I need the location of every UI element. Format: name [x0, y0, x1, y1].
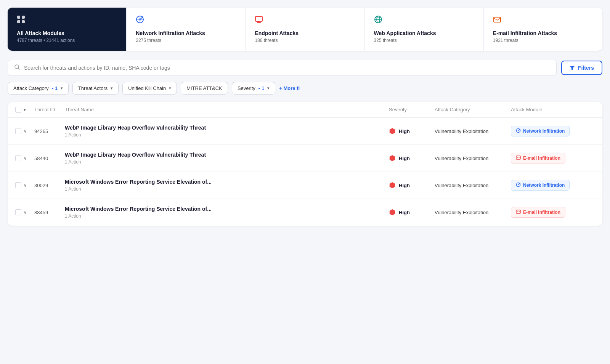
module-card-webapp[interactable]: Web Application Attacks 325 threats — [365, 8, 484, 51]
threat-table: ▾ Threat ID Threat Name Severity Attack … — [8, 102, 602, 226]
filter-unified-kill-chain[interactable]: Unified Kill Chain ▾ — [122, 82, 177, 95]
row-checkbox-2[interactable] — [15, 182, 21, 188]
row-expand-icon-3[interactable]: ∨ — [24, 210, 27, 215]
search-box[interactable] — [8, 60, 557, 76]
severity-hex-icon-3 — [389, 209, 396, 216]
filter-attack-category-badge: • 1 — [52, 85, 58, 91]
threat-name-1[interactable]: WebP Image Library Heap Overflow Vulnera… — [65, 152, 389, 158]
filter-threat-actors[interactable]: Threat Actors ▾ — [72, 82, 119, 95]
threat-name-0[interactable]: WebP Image Library Heap Overflow Vulnera… — [65, 125, 389, 131]
module-badge-icon-2 — [516, 182, 521, 188]
severity-label-3: High — [399, 210, 410, 215]
row-expand-icon-1[interactable]: ∨ — [24, 156, 27, 161]
table-body: ∨ 94265 WebP Image Library Heap Overflow… — [8, 118, 602, 226]
more-filters-button[interactable]: + More fi — [279, 85, 300, 91]
threat-action-count-2: 1 Action — [65, 186, 389, 192]
severity-hex-icon-2 — [389, 182, 396, 189]
table-row: ∨ 58440 WebP Image Library Heap Overflow… — [8, 145, 602, 172]
severity-cell-0: High — [389, 128, 435, 135]
threat-name-3[interactable]: Microsoft Windows Error Reporting Servic… — [65, 206, 389, 212]
header-checkbox[interactable] — [15, 107, 21, 113]
table-header: ▾ Threat ID Threat Name Severity Attack … — [8, 102, 602, 118]
module-card-all[interactable]: All Attack Modules 4787 threats • 21441 … — [8, 8, 127, 51]
severity-cell-3: High — [389, 209, 435, 216]
email-icon — [493, 15, 593, 26]
module-badge-icon-3 — [516, 209, 521, 215]
svg-rect-8 — [255, 16, 262, 21]
severity-label-1: High — [399, 156, 410, 161]
webapp-icon — [374, 15, 474, 26]
module-badge-label-3: E-mail Infiltration — [523, 210, 560, 215]
chevron-down-icon-3: ▾ — [169, 86, 171, 91]
severity-cell-1: High — [389, 155, 435, 162]
module-badge-2[interactable]: Network Infiltration — [511, 180, 595, 191]
module-card-title-email: E-mail Infiltration Attacks — [493, 30, 593, 36]
module-badge-label-2: Network Infiltration — [523, 183, 565, 188]
filter-kill-chain-label: Unified Kill Chain — [128, 85, 166, 91]
svg-rect-1 — [22, 16, 25, 19]
svg-rect-2 — [17, 20, 20, 23]
threat-id-1: 58440 — [34, 156, 65, 161]
header-chevron-icon[interactable]: ▾ — [24, 107, 26, 112]
search-icon — [14, 64, 20, 72]
module-card-email[interactable]: E-mail Infiltration Attacks 1931 threats — [484, 8, 602, 51]
row-checkbox-1[interactable] — [15, 155, 21, 161]
header-attack-category: Attack Category — [435, 107, 511, 113]
filter-severity[interactable]: Severity • 1 ▾ — [232, 82, 275, 95]
row-check-3: ∨ — [15, 209, 34, 215]
module-card-subtitle-webapp: 325 threats — [374, 38, 474, 43]
threat-action-count-1: 1 Action — [65, 159, 389, 165]
row-checkbox-3[interactable] — [15, 209, 21, 215]
svg-rect-15 — [516, 156, 520, 159]
module-card-network[interactable]: Network Infiltration Attacks 2275 threat… — [127, 8, 246, 51]
threat-info-3: Microsoft Windows Error Reporting Servic… — [65, 206, 389, 219]
module-card-title-network: Network Infiltration Attacks — [136, 30, 236, 36]
module-badge-icon-0 — [516, 128, 521, 134]
module-cards: All Attack Modules 4787 threats • 21441 … — [8, 8, 602, 51]
severity-hex-icon-1 — [389, 155, 396, 162]
module-card-title-endpoint: Endpoint Attacks — [255, 30, 355, 36]
module-badge-1[interactable]: E-mail Infiltration — [511, 153, 595, 164]
threat-info-1: WebP Image Library Heap Overflow Vulnera… — [65, 152, 389, 165]
severity-hex-icon-0 — [389, 128, 396, 135]
threat-name-2[interactable]: Microsoft Windows Error Reporting Servic… — [65, 179, 389, 185]
threat-action-count-3: 1 Action — [65, 213, 389, 219]
severity-label-2: High — [399, 183, 410, 188]
module-badge-3[interactable]: E-mail Infiltration — [511, 207, 595, 218]
module-card-subtitle-email: 1931 threats — [493, 38, 593, 43]
header-attack-module: Attack Module — [511, 107, 595, 113]
module-card-subtitle-network: 2275 threats — [136, 38, 236, 43]
module-card-subtitle-all: 4787 threats • 21441 actions — [17, 38, 117, 43]
search-input[interactable] — [24, 65, 550, 71]
row-check-0: ∨ — [15, 128, 34, 134]
header-check-col: ▾ — [15, 107, 34, 113]
table-row: ∨ 88459 Microsoft Windows Error Reportin… — [8, 199, 602, 226]
svg-rect-0 — [17, 16, 20, 19]
filter-attack-category[interactable]: Attack Category • 1 ▾ — [8, 82, 69, 95]
threat-action-count-0: 1 Action — [65, 132, 389, 138]
header-threat-id: Threat ID — [34, 107, 65, 113]
header-threat-name: Threat Name — [65, 107, 389, 113]
module-badge-0[interactable]: Network Infiltration — [511, 126, 595, 136]
threat-info-0: WebP Image Library Heap Overflow Vulnera… — [65, 125, 389, 138]
network-icon — [136, 15, 236, 26]
svg-point-17 — [519, 183, 520, 184]
threat-info-2: Microsoft Windows Error Reporting Servic… — [65, 179, 389, 192]
row-expand-icon-2[interactable]: ∨ — [24, 183, 27, 188]
table-row: ∨ 30029 Microsoft Windows Error Reportin… — [8, 172, 602, 199]
filters-button-label: Filters — [578, 65, 594, 71]
filter-mitre[interactable]: MITRE ATT&CK — [181, 82, 228, 95]
svg-rect-11 — [494, 17, 501, 22]
module-card-endpoint[interactable]: Endpoint Attacks 186 threats — [246, 8, 364, 51]
module-card-subtitle-endpoint: 186 threats — [255, 38, 355, 43]
attack-category-2: Vulnerability Exploitation — [435, 183, 511, 188]
filter-attack-category-label: Attack Category — [13, 85, 49, 91]
endpoint-icon — [255, 15, 355, 26]
header-severity: Severity — [389, 107, 435, 113]
filters-button[interactable]: Filters — [561, 61, 602, 75]
severity-label-0: High — [399, 128, 410, 134]
severity-cell-2: High — [389, 182, 435, 189]
row-expand-icon-0[interactable]: ∨ — [24, 129, 27, 134]
row-checkbox-0[interactable] — [15, 128, 21, 134]
filter-severity-badge: • 1 — [258, 85, 264, 91]
